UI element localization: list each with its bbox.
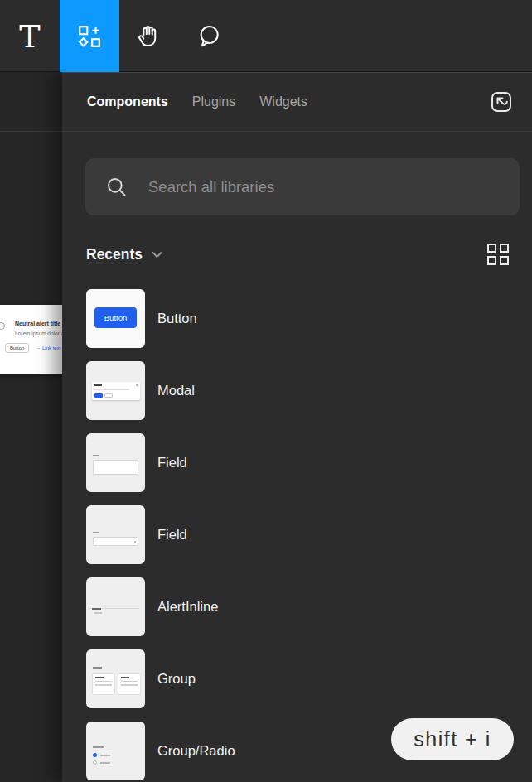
components-icon xyxy=(77,24,102,49)
grid-square xyxy=(500,256,509,265)
panel-tabs: Components Plugins Widgets xyxy=(62,73,532,132)
thumbnail-alert-action xyxy=(94,612,102,614)
grid-view-icon[interactable] xyxy=(487,244,509,265)
thumbnail-radio-group-label xyxy=(93,746,104,748)
text-tool[interactable]: T xyxy=(0,0,60,72)
thumbnail-alert-text xyxy=(102,608,139,609)
thumbnail-group-card xyxy=(118,673,141,695)
toolbar: T xyxy=(0,0,532,72)
figma-window: Neutral alert title Lorem ipsum dolor am… xyxy=(0,0,532,782)
thumbnail-modal xyxy=(92,382,140,400)
component-thumbnail xyxy=(86,361,145,420)
search-icon xyxy=(105,176,128,198)
thumbnail-field-label xyxy=(93,455,99,456)
chevron-down-icon[interactable] xyxy=(152,251,162,258)
components-tool[interactable] xyxy=(60,0,119,72)
thumbnail-radio-selected xyxy=(93,753,97,757)
tab-widgets[interactable]: Widgets xyxy=(259,94,307,109)
component-label: AlertInline xyxy=(157,599,218,615)
arrow-up-left-icon xyxy=(489,89,514,114)
grid-square xyxy=(487,256,496,265)
component-label: Group/Radio xyxy=(157,743,235,759)
alert-link: → Link text xyxy=(36,345,60,350)
components-panel: Components Plugins Widgets Search all li… xyxy=(62,72,532,782)
popout-button[interactable] xyxy=(489,89,514,114)
search-placeholder: Search all libraries xyxy=(148,178,274,196)
comment-icon xyxy=(196,23,222,50)
thumbnail-field-input xyxy=(93,460,138,475)
tab-components[interactable]: Components xyxy=(87,94,168,109)
component-thumbnail xyxy=(86,722,145,780)
grid-square xyxy=(500,244,509,253)
component-list-item[interactable]: Field xyxy=(86,433,532,492)
thumbnail-button: Button xyxy=(94,307,137,328)
thumbnail-field-caret xyxy=(134,541,136,543)
alert-actions: Button → Link text xyxy=(5,343,60,353)
text-tool-icon: T xyxy=(19,21,40,52)
grid-square xyxy=(487,244,496,253)
search-input[interactable]: Search all libraries xyxy=(85,158,520,215)
hand-tool[interactable] xyxy=(119,0,179,72)
component-list-item[interactable]: AlertInline xyxy=(86,577,532,636)
component-thumbnail xyxy=(86,505,145,564)
thumbnail-field-label xyxy=(93,532,99,533)
recents-title[interactable]: Recents xyxy=(86,246,143,263)
component-label: Field xyxy=(157,455,187,471)
component-list-item[interactable]: Field xyxy=(86,505,532,564)
component-label: Group xyxy=(157,671,196,687)
component-label: Modal xyxy=(157,383,195,398)
component-label: Button xyxy=(157,311,197,326)
thumbnail-field-input xyxy=(93,537,138,546)
thumbnail-group-card xyxy=(92,673,115,695)
component-list-item[interactable]: Modal xyxy=(86,361,532,420)
component-list-item[interactable]: Group xyxy=(86,649,532,708)
thumbnail-alert-title xyxy=(92,608,101,610)
component-list-item[interactable]: Button Button xyxy=(86,289,532,348)
shortcut-badge: shift + i xyxy=(391,718,514,760)
hand-icon xyxy=(136,23,162,50)
recents-list: Button Button Modal Field Field AlertInl… xyxy=(62,289,532,780)
component-thumbnail xyxy=(86,577,145,636)
component-thumbnail xyxy=(86,433,145,492)
component-thumbnail xyxy=(86,649,145,708)
thumbnail-group-label xyxy=(93,667,102,669)
info-icon xyxy=(0,322,5,330)
comment-tool[interactable] xyxy=(179,0,239,72)
recents-header: Recents xyxy=(62,244,532,265)
alert-title: Neutral alert title xyxy=(15,321,60,326)
component-label: Field xyxy=(157,527,187,543)
thumbnail-radio-label xyxy=(100,762,110,764)
thumbnail-radio-unselected xyxy=(93,760,97,765)
alert-button: Button xyxy=(5,343,29,353)
thumbnail-radio-label xyxy=(100,755,110,756)
component-thumbnail: Button xyxy=(86,289,145,348)
tab-plugins[interactable]: Plugins xyxy=(192,94,235,109)
